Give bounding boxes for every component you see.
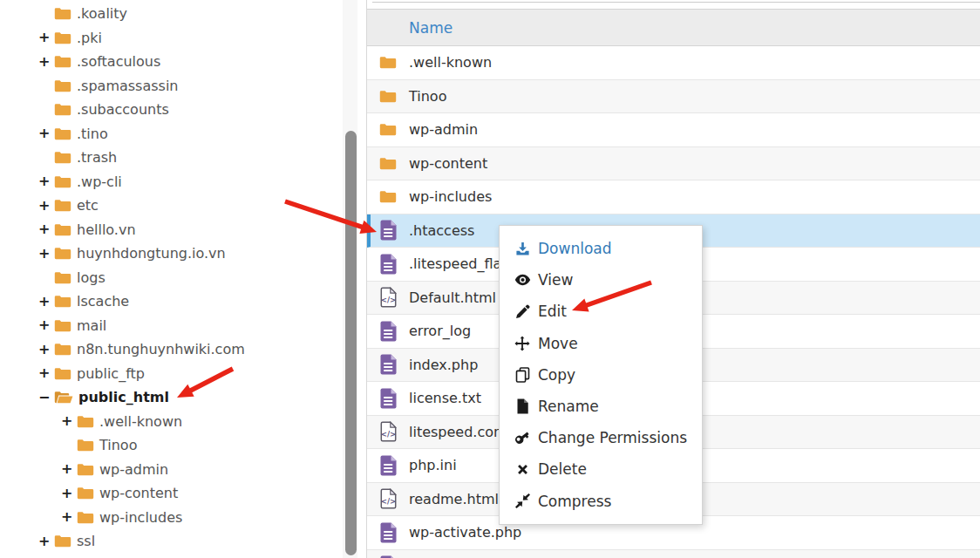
- sidebar-item-tino[interactable]: +.tino: [0, 122, 343, 146]
- file-icon: [378, 321, 398, 342]
- folder-icon: [54, 175, 71, 188]
- sidebar-item-label: .trash: [77, 149, 117, 166]
- file-name: license.txt: [409, 390, 481, 406]
- sidebar-item-softaculous[interactable]: +.softaculous: [0, 50, 343, 74]
- menu-item-compress[interactable]: Compress: [500, 486, 702, 517]
- folder-icon: [54, 31, 71, 44]
- expand-icon[interactable]: +: [38, 343, 54, 357]
- expand-icon[interactable]: +: [38, 247, 54, 261]
- menu-item-label: Copy: [538, 366, 575, 384]
- sidebar-item-n8n-tunghuynhwiki-com[interactable]: +n8n.tunghuynhwiki.com: [0, 337, 343, 362]
- sidebar-item-label: helllo.vn: [77, 221, 136, 238]
- sidebar-item-public-html[interactable]: −public_html: [0, 385, 343, 410]
- sidebar-item-well-known[interactable]: +.well-known: [0, 410, 343, 434]
- svg-text:</>: </>: [380, 296, 395, 304]
- file-name: wp-content: [409, 155, 487, 172]
- sidebar-item-subaccounts[interactable]: .subaccounts: [0, 98, 343, 122]
- table-row[interactable]: [367, 550, 980, 558]
- menu-item-copy[interactable]: Copy: [500, 359, 702, 391]
- sidebar-item-etc[interactable]: +etc: [0, 194, 343, 218]
- sidebar-item-helllo-vn[interactable]: +helllo.vn: [0, 218, 343, 242]
- sidebar-item-label: wp-includes: [99, 509, 182, 526]
- folder-icon: [77, 439, 94, 452]
- table-row-wp-content[interactable]: wp-content: [367, 147, 980, 181]
- collapse-icon[interactable]: −: [38, 391, 54, 405]
- sidebar-item-wp-content[interactable]: +wp-content: [0, 481, 343, 506]
- sidebar-item-wp-includes[interactable]: +wp-includes: [0, 506, 343, 530]
- file-icon: [378, 254, 398, 275]
- sidebar-item-mail[interactable]: +mail: [0, 314, 343, 338]
- expand-icon[interactable]: +: [38, 199, 54, 213]
- sidebar-item-label: Tinoo: [99, 437, 137, 453]
- folder-icon: [54, 199, 71, 212]
- expand-icon[interactable]: +: [61, 487, 77, 500]
- x-icon: [514, 463, 531, 476]
- menu-item-view[interactable]: View: [500, 264, 702, 296]
- expand-icon[interactable]: +: [38, 126, 54, 140]
- file-name: wp-admin: [409, 121, 478, 138]
- sidebar-item-pki[interactable]: +.pki: [0, 26, 343, 51]
- menu-item-label: View: [538, 271, 573, 289]
- scrollbar-thumb[interactable]: [345, 131, 357, 555]
- folder-icon: [54, 127, 71, 140]
- expand-icon[interactable]: +: [38, 55, 54, 69]
- expand-icon[interactable]: +: [38, 31, 54, 44]
- table-row-well-known[interactable]: .well-known: [367, 46, 980, 80]
- expand-icon[interactable]: +: [61, 462, 77, 476]
- expand-icon[interactable]: +: [38, 174, 54, 188]
- sidebar-item-label: lscache: [77, 293, 129, 310]
- sidebar-scrollbar-track[interactable]: [343, 0, 357, 558]
- sidebar-item-label: etc: [77, 197, 99, 214]
- folder-icon: [54, 319, 71, 332]
- file-icon: [514, 398, 531, 414]
- compress-icon: [514, 493, 531, 508]
- expand-icon[interactable]: +: [38, 222, 54, 236]
- table-row-wp-admin[interactable]: wp-admin: [367, 113, 980, 147]
- sidebar-item-tinoo[interactable]: Tinoo: [0, 433, 343, 458]
- folder-icon: [54, 223, 71, 236]
- svg-text:</>: </>: [380, 430, 395, 439]
- menu-item-label: Rename: [538, 398, 599, 415]
- column-header-name[interactable]: Name: [409, 19, 453, 37]
- expand-icon[interactable]: +: [61, 414, 77, 428]
- file-name: wp-activate.php: [409, 524, 521, 541]
- table-row-wp-includes[interactable]: wp-includes: [367, 180, 980, 214]
- panel-top-divider: [372, 2, 980, 3]
- menu-item-download[interactable]: Download: [500, 233, 702, 264]
- expand-icon[interactable]: +: [38, 534, 54, 548]
- sidebar-item-lscache[interactable]: +lscache: [0, 289, 343, 314]
- table-row-tinoo[interactable]: Tinoo: [367, 80, 980, 114]
- menu-item-move[interactable]: Move: [500, 328, 702, 359]
- menu-item-rename[interactable]: Rename: [500, 391, 702, 422]
- expand-icon[interactable]: +: [38, 295, 54, 309]
- folder-icon: [54, 79, 71, 92]
- sidebar-item-label: huynhdongtung.io.vn: [77, 245, 226, 262]
- expand-icon[interactable]: +: [61, 510, 77, 524]
- sidebar-item-huynhdongtung-io-vn[interactable]: +huynhdongtung.io.vn: [0, 242, 343, 266]
- menu-item-change-permissions[interactable]: Change Permissions: [500, 422, 702, 453]
- file-name: .litespeed_fla: [409, 255, 501, 272]
- sidebar-item-label: .tino: [77, 126, 108, 142]
- sidebar-item-wp-admin[interactable]: +wp-admin: [0, 458, 343, 482]
- folder-icon: [378, 190, 398, 203]
- directory-tree: .koality+.pki+.softaculous.spamassassin.…: [0, 0, 343, 554]
- key-icon: [514, 430, 531, 446]
- code-file-icon: </>: [378, 287, 398, 308]
- menu-item-delete[interactable]: Delete: [500, 453, 702, 485]
- expand-icon[interactable]: +: [38, 318, 54, 332]
- file-name: index.php: [409, 357, 478, 373]
- sidebar-item-label: .subaccounts: [77, 101, 169, 118]
- menu-item-edit[interactable]: Edit: [500, 296, 702, 327]
- sidebar-item-trash[interactable]: .trash: [0, 146, 343, 170]
- sidebar-item-ssl[interactable]: +ssl: [0, 529, 343, 554]
- sidebar-item-koality[interactable]: .koality: [0, 2, 343, 26]
- sidebar-item-spamassassin[interactable]: .spamassassin: [0, 74, 343, 99]
- folder-icon: [54, 534, 71, 548]
- open-folder-icon: [54, 391, 73, 404]
- sidebar-item-public-ftp[interactable]: +public_ftp: [0, 362, 343, 386]
- sidebar-item-wp-cli[interactable]: +.wp-cli: [0, 170, 343, 194]
- sidebar-item-logs[interactable]: logs: [0, 266, 343, 290]
- expand-icon[interactable]: +: [38, 366, 54, 380]
- sidebar-item-label: public_html: [78, 389, 169, 405]
- sidebar-item-label: .koality: [77, 5, 127, 22]
